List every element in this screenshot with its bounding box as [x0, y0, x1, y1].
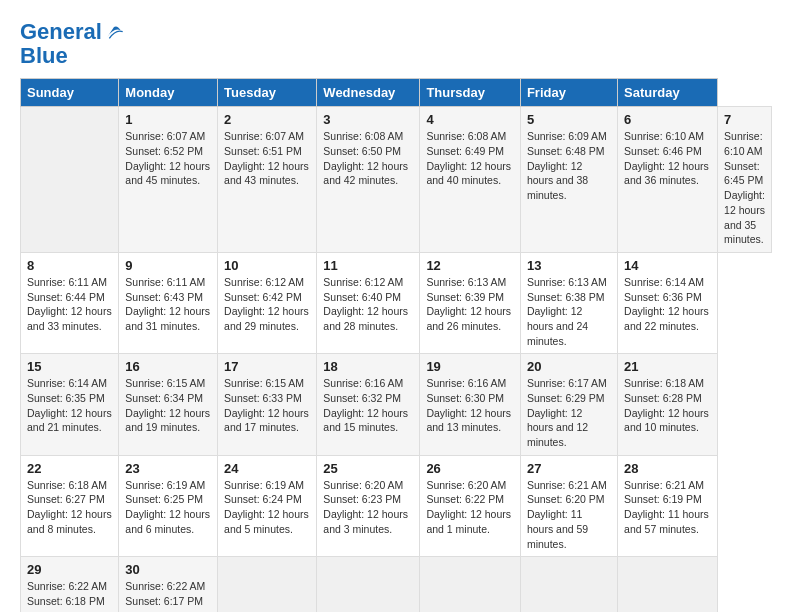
- calendar-cell: 6Sunrise: 6:10 AMSunset: 6:46 PMDaylight…: [618, 107, 718, 253]
- calendar-cell: 17Sunrise: 6:15 AMSunset: 6:33 PMDayligh…: [218, 354, 317, 455]
- day-info: Sunrise: 6:22 AMSunset: 6:18 PMDaylight:…: [27, 579, 112, 612]
- calendar-cell: 7Sunrise: 6:10 AMSunset: 6:45 PMDaylight…: [718, 107, 772, 253]
- day-info: Sunrise: 6:18 AMSunset: 6:27 PMDaylight:…: [27, 478, 112, 537]
- calendar-cell: [218, 557, 317, 612]
- calendar-cell: 18Sunrise: 6:16 AMSunset: 6:32 PMDayligh…: [317, 354, 420, 455]
- calendar-cell: [420, 557, 521, 612]
- day-number: 19: [426, 359, 514, 374]
- day-number: 6: [624, 112, 711, 127]
- day-info: Sunrise: 6:19 AMSunset: 6:24 PMDaylight:…: [224, 478, 310, 537]
- day-info: Sunrise: 6:21 AMSunset: 6:20 PMDaylight:…: [527, 478, 611, 551]
- day-number: 20: [527, 359, 611, 374]
- day-number: 24: [224, 461, 310, 476]
- page-header: General Blue: [20, 20, 772, 68]
- day-number: 11: [323, 258, 413, 273]
- calendar-cell: 8Sunrise: 6:11 AMSunset: 6:44 PMDaylight…: [21, 252, 119, 353]
- calendar-cell: 26Sunrise: 6:20 AMSunset: 6:22 PMDayligh…: [420, 455, 521, 556]
- day-number: 22: [27, 461, 112, 476]
- calendar-cell: 19Sunrise: 6:16 AMSunset: 6:30 PMDayligh…: [420, 354, 521, 455]
- day-info: Sunrise: 6:19 AMSunset: 6:25 PMDaylight:…: [125, 478, 211, 537]
- logo-text: General: [20, 20, 102, 44]
- day-info: Sunrise: 6:15 AMSunset: 6:34 PMDaylight:…: [125, 376, 211, 435]
- calendar-cell: 20Sunrise: 6:17 AMSunset: 6:29 PMDayligh…: [520, 354, 617, 455]
- calendar-cell: 4Sunrise: 6:08 AMSunset: 6:49 PMDaylight…: [420, 107, 521, 253]
- day-info: Sunrise: 6:11 AMSunset: 6:43 PMDaylight:…: [125, 275, 211, 334]
- calendar-cell: 12Sunrise: 6:13 AMSunset: 6:39 PMDayligh…: [420, 252, 521, 353]
- calendar-cell: 2Sunrise: 6:07 AMSunset: 6:51 PMDaylight…: [218, 107, 317, 253]
- day-number: 7: [724, 112, 765, 127]
- day-info: Sunrise: 6:07 AMSunset: 6:51 PMDaylight:…: [224, 129, 310, 188]
- calendar-cell: 30Sunrise: 6:22 AMSunset: 6:17 PMDayligh…: [119, 557, 218, 612]
- calendar-cell: 16Sunrise: 6:15 AMSunset: 6:34 PMDayligh…: [119, 354, 218, 455]
- day-number: 26: [426, 461, 514, 476]
- day-number: 16: [125, 359, 211, 374]
- calendar-cell: 22Sunrise: 6:18 AMSunset: 6:27 PMDayligh…: [21, 455, 119, 556]
- day-info: Sunrise: 6:13 AMSunset: 6:39 PMDaylight:…: [426, 275, 514, 334]
- day-number: 17: [224, 359, 310, 374]
- day-info: Sunrise: 6:08 AMSunset: 6:50 PMDaylight:…: [323, 129, 413, 188]
- day-info: Sunrise: 6:14 AMSunset: 6:35 PMDaylight:…: [27, 376, 112, 435]
- calendar-table: SundayMondayTuesdayWednesdayThursdayFrid…: [20, 78, 772, 612]
- day-number: 12: [426, 258, 514, 273]
- day-of-week-header: Thursday: [420, 79, 521, 107]
- calendar-cell: 14Sunrise: 6:14 AMSunset: 6:36 PMDayligh…: [618, 252, 718, 353]
- day-number: 3: [323, 112, 413, 127]
- day-info: Sunrise: 6:20 AMSunset: 6:23 PMDaylight:…: [323, 478, 413, 537]
- logo: General Blue: [20, 20, 124, 68]
- day-number: 9: [125, 258, 211, 273]
- day-of-week-header: Tuesday: [218, 79, 317, 107]
- day-number: 10: [224, 258, 310, 273]
- calendar-cell: [618, 557, 718, 612]
- day-info: Sunrise: 6:14 AMSunset: 6:36 PMDaylight:…: [624, 275, 711, 334]
- day-info: Sunrise: 6:12 AMSunset: 6:42 PMDaylight:…: [224, 275, 310, 334]
- calendar-cell: 9Sunrise: 6:11 AMSunset: 6:43 PMDaylight…: [119, 252, 218, 353]
- day-info: Sunrise: 6:16 AMSunset: 6:32 PMDaylight:…: [323, 376, 413, 435]
- day-info: Sunrise: 6:07 AMSunset: 6:52 PMDaylight:…: [125, 129, 211, 188]
- day-info: Sunrise: 6:20 AMSunset: 6:22 PMDaylight:…: [426, 478, 514, 537]
- day-number: 2: [224, 112, 310, 127]
- calendar-cell: [520, 557, 617, 612]
- day-of-week-header: Sunday: [21, 79, 119, 107]
- day-number: 15: [27, 359, 112, 374]
- day-info: Sunrise: 6:17 AMSunset: 6:29 PMDaylight:…: [527, 376, 611, 449]
- day-of-week-header: Monday: [119, 79, 218, 107]
- day-number: 1: [125, 112, 211, 127]
- day-number: 30: [125, 562, 211, 577]
- day-number: 29: [27, 562, 112, 577]
- day-of-week-header: Friday: [520, 79, 617, 107]
- calendar-cell: 29Sunrise: 6:22 AMSunset: 6:18 PMDayligh…: [21, 557, 119, 612]
- calendar-cell: [21, 107, 119, 253]
- calendar-cell: 13Sunrise: 6:13 AMSunset: 6:38 PMDayligh…: [520, 252, 617, 353]
- logo-icon: [104, 22, 124, 42]
- day-number: 8: [27, 258, 112, 273]
- day-number: 18: [323, 359, 413, 374]
- calendar-cell: 15Sunrise: 6:14 AMSunset: 6:35 PMDayligh…: [21, 354, 119, 455]
- day-info: Sunrise: 6:21 AMSunset: 6:19 PMDaylight:…: [624, 478, 711, 537]
- calendar-cell: 10Sunrise: 6:12 AMSunset: 6:42 PMDayligh…: [218, 252, 317, 353]
- day-number: 28: [624, 461, 711, 476]
- day-number: 25: [323, 461, 413, 476]
- logo-blue-text: Blue: [20, 44, 124, 68]
- day-info: Sunrise: 6:08 AMSunset: 6:49 PMDaylight:…: [426, 129, 514, 188]
- calendar-cell: 5Sunrise: 6:09 AMSunset: 6:48 PMDaylight…: [520, 107, 617, 253]
- day-info: Sunrise: 6:09 AMSunset: 6:48 PMDaylight:…: [527, 129, 611, 202]
- calendar-cell: 25Sunrise: 6:20 AMSunset: 6:23 PMDayligh…: [317, 455, 420, 556]
- day-info: Sunrise: 6:12 AMSunset: 6:40 PMDaylight:…: [323, 275, 413, 334]
- calendar-cell: 21Sunrise: 6:18 AMSunset: 6:28 PMDayligh…: [618, 354, 718, 455]
- day-info: Sunrise: 6:10 AMSunset: 6:46 PMDaylight:…: [624, 129, 711, 188]
- calendar-cell: 3Sunrise: 6:08 AMSunset: 6:50 PMDaylight…: [317, 107, 420, 253]
- day-info: Sunrise: 6:13 AMSunset: 6:38 PMDaylight:…: [527, 275, 611, 348]
- day-number: 4: [426, 112, 514, 127]
- day-of-week-header: Saturday: [618, 79, 718, 107]
- day-info: Sunrise: 6:11 AMSunset: 6:44 PMDaylight:…: [27, 275, 112, 334]
- day-info: Sunrise: 6:15 AMSunset: 6:33 PMDaylight:…: [224, 376, 310, 435]
- calendar-cell: 23Sunrise: 6:19 AMSunset: 6:25 PMDayligh…: [119, 455, 218, 556]
- day-number: 14: [624, 258, 711, 273]
- day-number: 23: [125, 461, 211, 476]
- calendar-cell: 11Sunrise: 6:12 AMSunset: 6:40 PMDayligh…: [317, 252, 420, 353]
- day-info: Sunrise: 6:18 AMSunset: 6:28 PMDaylight:…: [624, 376, 711, 435]
- calendar-cell: 27Sunrise: 6:21 AMSunset: 6:20 PMDayligh…: [520, 455, 617, 556]
- day-number: 13: [527, 258, 611, 273]
- day-of-week-header: Wednesday: [317, 79, 420, 107]
- calendar-cell: 24Sunrise: 6:19 AMSunset: 6:24 PMDayligh…: [218, 455, 317, 556]
